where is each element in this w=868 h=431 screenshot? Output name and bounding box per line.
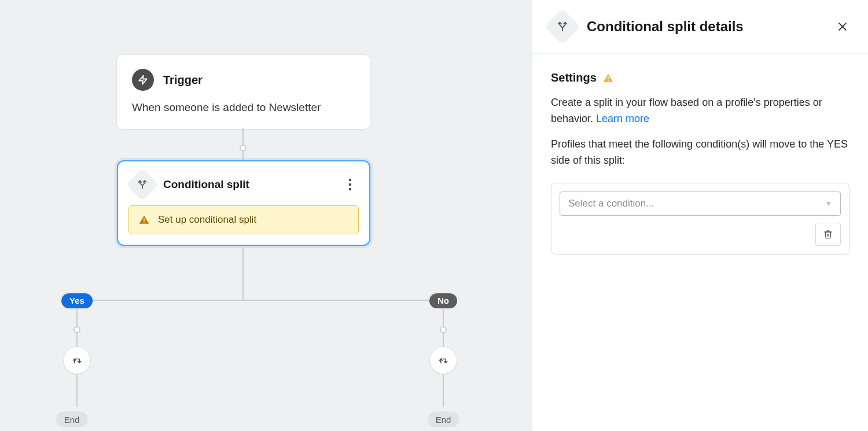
warning-text: Set up conditional split bbox=[158, 214, 256, 226]
bolt-icon bbox=[132, 69, 154, 91]
condition-intro: Profiles that meet the following conditi… bbox=[551, 137, 849, 169]
connector-dot bbox=[440, 326, 447, 333]
svg-point-1 bbox=[349, 179, 351, 181]
connector-line bbox=[242, 248, 244, 300]
close-icon bbox=[837, 21, 848, 32]
node-more-button[interactable] bbox=[344, 176, 356, 193]
trigger-title: Trigger bbox=[163, 73, 203, 87]
delete-condition-button[interactable] bbox=[815, 223, 841, 246]
split-icon bbox=[126, 168, 159, 201]
panel-title: Conditional split details bbox=[587, 19, 823, 35]
trigger-node[interactable]: Trigger When someone is added to Newslet… bbox=[117, 55, 370, 129]
settings-description: Create a split in your flow based on a p… bbox=[551, 95, 849, 127]
connector-line bbox=[77, 300, 443, 301]
conditional-split-node[interactable]: Conditional split Set up conditional spl… bbox=[117, 160, 370, 246]
end-label: End bbox=[56, 412, 88, 428]
settings-heading: Settings bbox=[551, 71, 597, 84]
svg-point-3 bbox=[349, 188, 351, 190]
trash-icon bbox=[823, 229, 833, 240]
split-icon bbox=[545, 9, 580, 45]
learn-more-link[interactable]: Learn more bbox=[596, 113, 649, 124]
trigger-subtitle: When someone is added to Newsletter bbox=[132, 101, 355, 114]
condition-builder: Select a condition... ▼ bbox=[551, 183, 849, 255]
svg-rect-8 bbox=[608, 76, 609, 79]
branch-icon bbox=[71, 355, 83, 366]
add-action-button[interactable] bbox=[64, 347, 90, 374]
close-button[interactable] bbox=[834, 19, 851, 35]
select-placeholder: Select a condition... bbox=[568, 198, 654, 209]
connector-line bbox=[242, 128, 244, 160]
svg-marker-0 bbox=[139, 76, 147, 84]
warning-triangle-icon bbox=[138, 214, 150, 226]
no-branch-label: No bbox=[429, 293, 457, 308]
condition-select[interactable]: Select a condition... ▼ bbox=[560, 191, 841, 216]
connector-dot bbox=[73, 326, 80, 333]
more-vertical-icon bbox=[348, 178, 352, 191]
svg-rect-9 bbox=[608, 79, 609, 80]
yes-branch-label: Yes bbox=[61, 293, 93, 308]
setup-warning[interactable]: Set up conditional split bbox=[128, 205, 359, 234]
branch-icon bbox=[437, 355, 449, 366]
split-title: Conditional split bbox=[163, 178, 334, 191]
details-panel: Conditional split details Settings Creat… bbox=[532, 0, 868, 431]
flow-canvas[interactable]: Trigger When someone is added to Newslet… bbox=[0, 0, 532, 431]
add-action-button[interactable] bbox=[430, 347, 457, 374]
svg-rect-4 bbox=[144, 219, 145, 221]
svg-point-2 bbox=[349, 183, 351, 186]
connector-dot bbox=[240, 145, 247, 152]
warning-triangle-icon bbox=[602, 72, 614, 84]
end-label: End bbox=[428, 412, 459, 428]
chevron-down-icon: ▼ bbox=[825, 200, 832, 208]
svg-rect-5 bbox=[144, 222, 145, 223]
